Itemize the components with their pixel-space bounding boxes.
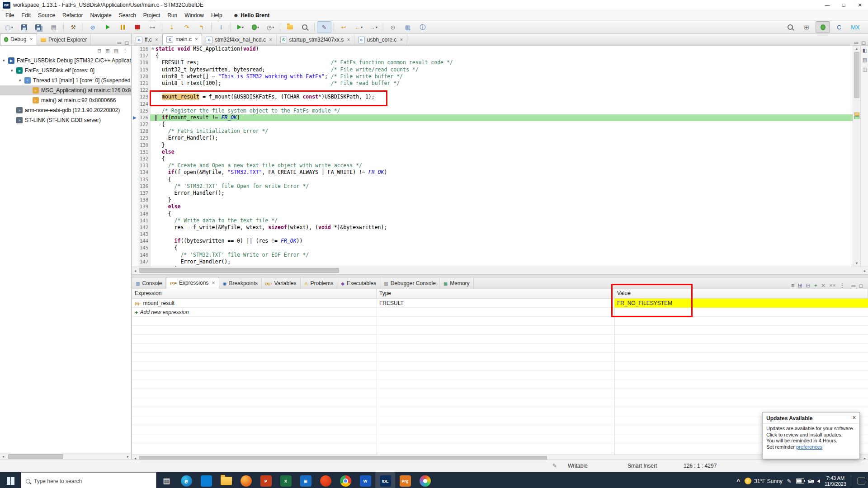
close-icon[interactable]: ✕ <box>347 38 350 42</box>
menu-navigate[interactable]: Navigate <box>86 11 115 20</box>
restore-button[interactable]: □ <box>835 0 852 10</box>
code-line[interactable]: 132 { <box>132 155 853 162</box>
disconnect-icon[interactable]: ⊶ <box>145 21 160 33</box>
close-button[interactable]: ✕ <box>852 0 868 10</box>
view-menu-icon[interactable]: ⋮ <box>123 48 127 54</box>
microsoft-store[interactable]: ⊞ <box>296 472 316 488</box>
scroll-left-arrow[interactable]: ◂ <box>0 455 6 459</box>
code-line[interactable]: 116⊖static void MSC_Application(void) <box>132 46 853 52</box>
code-line[interactable]: 117{ <box>132 52 853 59</box>
column-header-expression[interactable]: Expression <box>132 289 377 298</box>
skip-all-breakpoints-icon[interactable]: ⊘ <box>85 21 100 33</box>
scroll-thumb[interactable] <box>139 268 339 273</box>
code-line[interactable]: 144 if((byteswritten == 0) || (res != FR… <box>132 238 853 244</box>
close-icon[interactable]: ✕ <box>212 281 215 285</box>
step-return-icon[interactable]: ↰ <box>194 21 209 33</box>
tab-debugger-console[interactable]: ▥Debugger Console <box>380 278 440 289</box>
column-divider[interactable] <box>614 299 615 455</box>
profile-icon[interactable]: ◷▾ <box>263 21 278 33</box>
maximize-view-icon[interactable]: ▢ <box>859 283 863 288</box>
cubemx-perspective-icon[interactable]: MX <box>848 21 863 33</box>
code-line[interactable]: 139 else <box>132 203 853 210</box>
code-line[interactable]: 122 <box>132 87 853 94</box>
code-line[interactable]: 135 { <box>132 176 853 183</box>
tab-problems[interactable]: ⚠Problems <box>301 278 338 289</box>
code-line[interactable]: 126 if(mount_result != FR_OK) <box>132 114 853 121</box>
vscode[interactable] <box>196 472 216 488</box>
debug-icon[interactable]: ▾ <box>248 21 263 33</box>
terminate-icon[interactable] <box>130 21 145 33</box>
weather-widget[interactable]: 31°F Sunny <box>745 478 783 484</box>
fold-minus-icon[interactable]: ⊖ <box>150 46 156 52</box>
brave-browser[interactable] <box>316 472 335 488</box>
view-menu-icon[interactable]: ⋮ <box>840 282 845 289</box>
code-line[interactable]: 147 Error_Handler(); <box>132 258 853 265</box>
taskbar-search[interactable]: Type here to search <box>21 472 156 488</box>
add-expression-icon[interactable]: + <box>814 282 817 289</box>
chrome-browser[interactable] <box>335 472 355 488</box>
cpp-perspective-icon[interactable]: C <box>832 21 846 33</box>
open-console-icon[interactable]: ▥ <box>401 21 415 33</box>
remove-expression-icon[interactable]: ✕ <box>821 282 826 289</box>
pin-editor-icon[interactable]: ⊙ <box>386 21 400 33</box>
open-perspective-icon[interactable]: ⊞ <box>799 21 814 33</box>
scroll-track[interactable] <box>6 453 125 460</box>
code-line[interactable]: 141 /* Write data to the text file */ <box>132 217 853 224</box>
editor-vscrollbar[interactable]: ▴ ▾ <box>853 46 860 267</box>
battery-icon[interactable] <box>796 479 804 483</box>
menu-source[interactable]: Source <box>34 11 59 20</box>
code-line[interactable]: 140 { <box>132 211 853 217</box>
stm32cubeprogrammer[interactable]: Prg <box>395 472 415 488</box>
new-wizard-icon[interactable]: ▢▾ <box>2 21 16 33</box>
menu-project[interactable]: Project <box>140 11 164 20</box>
resume-icon[interactable] <box>100 21 115 33</box>
tab-expressions[interactable]: (x)=Expressions✕ <box>166 277 219 289</box>
minimize-view-icon[interactable]: ▭ <box>117 40 121 45</box>
menu-window[interactable]: Window <box>181 11 208 20</box>
code-line[interactable]: 119 uint32_t byteswritten, bytesread; /*… <box>132 66 853 73</box>
expand-all-icon[interactable]: ⊞ <box>105 48 109 54</box>
menu-refactor[interactable]: Refactor <box>59 11 86 20</box>
close-icon[interactable]: ✕ <box>29 37 33 42</box>
debug-line-marker[interactable] <box>854 116 859 119</box>
edge-browser[interactable]: e <box>176 472 196 488</box>
task-view-button[interactable]: ▦ <box>156 472 176 488</box>
code-line[interactable]: 136 /* 'STM32.TXT' file Open for write E… <box>132 183 853 190</box>
code-line[interactable]: 129 Error_Handler(); <box>132 135 853 141</box>
code-line[interactable]: 143 <box>132 231 853 238</box>
show-logical-structure-icon[interactable]: ⊞ <box>798 282 802 289</box>
tree-item[interactable]: >ST-LINK (ST-LINK GDB server) <box>0 115 131 125</box>
start-button[interactable] <box>0 472 21 488</box>
scroll-up-arrow[interactable]: ▴ <box>853 46 860 52</box>
close-icon[interactable]: ✕ <box>400 38 403 42</box>
restore-view-icon[interactable]: ◧ <box>863 47 867 53</box>
minimize-view-icon[interactable]: ▭ <box>851 283 855 288</box>
save-all-icon[interactable] <box>32 21 46 33</box>
scroll-right-arrow[interactable]: ▸ <box>125 455 131 459</box>
instruction-stepping-icon[interactable]: i <box>214 21 228 33</box>
add-expression-row[interactable]: +Add new expression <box>132 308 868 317</box>
close-icon[interactable]: ✕ <box>269 38 273 42</box>
tab-usbh-core-c[interactable]: cusbh_core.c✕ <box>354 34 407 45</box>
maximize-view-icon[interactable]: ▢ <box>125 40 129 45</box>
excel[interactable]: X <box>276 472 296 488</box>
code-line[interactable]: 146 /* 'STM32.TXT' file Write or EOF Err… <box>132 252 853 258</box>
build-icon[interactable]: ⚒ <box>66 21 80 33</box>
code-line[interactable]: 131 else <box>132 149 853 155</box>
code-line[interactable]: 121 uint8_t rtext[100]; /* File read buf… <box>132 80 853 87</box>
code-line[interactable]: 145 { <box>132 244 853 251</box>
tree-item[interactable]: >arm-none-eabi-gdb (12.1.90.20220802) <box>0 105 131 115</box>
notification-center-icon[interactable] <box>858 478 865 484</box>
forward-icon[interactable]: →▾ <box>366 21 381 33</box>
tab-breakpoints[interactable]: ◉Breakpoints <box>219 278 262 289</box>
menu-file[interactable]: File <box>2 11 18 20</box>
code-area[interactable]: 116⊖static void MSC_Application(void)117… <box>132 46 853 267</box>
search-flashlight-icon[interactable] <box>297 21 312 33</box>
tab-console[interactable]: ▥Console <box>132 278 166 289</box>
tab-project-explorer[interactable]: Project Explorer <box>37 34 91 45</box>
search-icon[interactable] <box>783 21 797 33</box>
code-line[interactable]: 120 uint8_t wtext[] = "This is STM32 wor… <box>132 73 853 80</box>
preferences-link[interactable]: preferences <box>796 444 822 450</box>
back-icon[interactable]: ←▾ <box>351 21 366 33</box>
word[interactable]: W <box>355 472 375 488</box>
